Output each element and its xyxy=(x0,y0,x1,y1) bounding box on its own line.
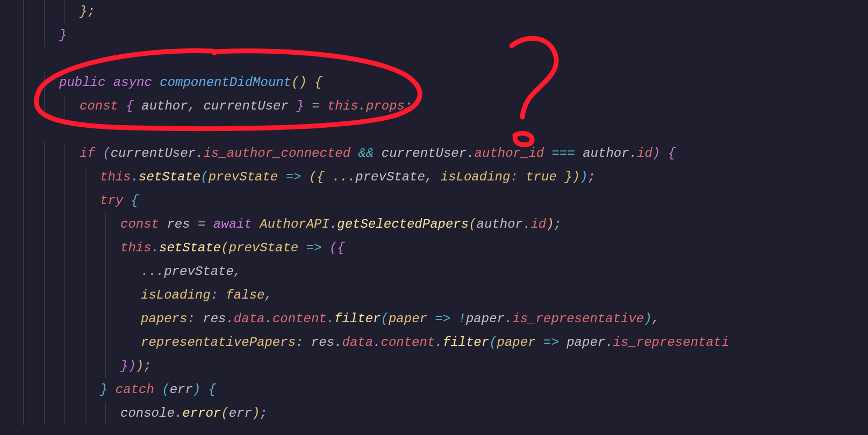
token-method: setState xyxy=(159,241,221,255)
token-punct: . xyxy=(152,241,159,255)
token-var: currentUser xyxy=(382,146,467,161)
indent-guides xyxy=(0,24,59,47)
token-op: => xyxy=(427,311,458,326)
code-line[interactable]: this.setState(prevState => ({ xyxy=(0,236,868,260)
token-punct: . xyxy=(264,311,272,326)
token-brace-p: ( xyxy=(103,146,110,161)
code-content[interactable]: console.error(err); xyxy=(120,402,268,425)
token-kw-false: false xyxy=(226,288,264,302)
code-line[interactable] xyxy=(0,47,868,71)
code-content[interactable]: if (currentUser.is_author_connected && c… xyxy=(80,142,676,165)
token-brace-b: ) { xyxy=(193,382,216,397)
code-line[interactable]: representativePapers: res.data.content.f… xyxy=(0,331,868,354)
token-param: papers xyxy=(141,311,187,326)
token-brace-y: () { xyxy=(291,75,322,90)
token-prop2: data xyxy=(342,335,373,350)
code-line[interactable] xyxy=(0,118,868,142)
code-editor[interactable]: };}public async componentDidMount() {con… xyxy=(0,0,868,425)
token-brace-b: ) xyxy=(644,311,651,326)
token-prop2: author_id xyxy=(475,146,544,161)
token-param: representativePapers xyxy=(141,335,296,350)
code-content[interactable]: try { xyxy=(100,189,139,213)
token-punct: ; xyxy=(554,217,562,231)
token-op: && xyxy=(350,146,382,161)
token-param: prevState xyxy=(229,241,299,255)
code-line[interactable]: } catch (err) { xyxy=(0,378,868,402)
code-content[interactable]: })); xyxy=(120,354,152,378)
token-var: res xyxy=(167,217,190,231)
token-punct: : xyxy=(187,311,203,326)
token-kw-const: const xyxy=(120,217,167,231)
token-brace-b: { xyxy=(131,193,139,208)
token-var: prevState xyxy=(355,170,425,184)
indent-guides xyxy=(0,95,80,118)
code-content[interactable]: isLoading: false, xyxy=(141,284,272,307)
token-param: paper xyxy=(497,335,536,350)
token-var: res xyxy=(311,335,334,350)
token-brace-p: ) { xyxy=(652,146,676,161)
token-op: => xyxy=(278,170,309,184)
code-line[interactable]: })); xyxy=(0,354,868,378)
code-content[interactable]: public async componentDidMount() { xyxy=(59,71,322,95)
token-prop2: is_representative xyxy=(512,311,644,326)
code-line[interactable]: this.setState(prevState => ({ ...prevSta… xyxy=(0,165,868,189)
token-punct: . xyxy=(467,146,474,161)
code-line[interactable]: public async componentDidMount() { xyxy=(0,71,868,95)
indent-guides xyxy=(0,142,80,165)
code-content[interactable]: papers: res.data.content.filter(paper =>… xyxy=(141,307,659,331)
indent-guides xyxy=(0,378,100,402)
token-kw-true: true xyxy=(526,170,557,184)
token-prop2: props xyxy=(366,99,405,113)
indent-guides xyxy=(0,71,59,95)
code-content[interactable]: const res = await AuthorAPI.getSelectedP… xyxy=(120,213,562,236)
code-content[interactable]: ...prevState, xyxy=(141,260,241,284)
token-brace-p: } xyxy=(289,99,312,113)
token-param: isLoading xyxy=(141,288,211,302)
token-brace-p: ({ xyxy=(329,241,345,255)
token-brace-y: }; xyxy=(80,4,95,19)
code-content[interactable]: } catch (err) { xyxy=(100,378,216,402)
token-var: author xyxy=(141,99,188,113)
token-punct: . xyxy=(196,146,203,161)
code-line[interactable]: const { author, currentUser } = this.pro… xyxy=(0,95,868,118)
token-op: => xyxy=(298,241,329,255)
code-line[interactable]: console.error(err); xyxy=(0,402,868,425)
indent-guides xyxy=(0,47,39,71)
code-content[interactable]: representativePapers: res.data.content.f… xyxy=(141,331,729,354)
token-prop2: id xyxy=(637,146,652,161)
code-line[interactable]: const res = await AuthorAPI.getSelectedP… xyxy=(0,213,868,236)
token-brace-p: }) xyxy=(120,359,136,373)
code-line[interactable]: if (currentUser.is_author_connected && c… xyxy=(0,142,868,165)
code-line[interactable]: ...prevState, xyxy=(0,260,868,284)
token-op: === xyxy=(544,146,583,161)
token-brace-b: ( xyxy=(200,170,208,184)
code-content[interactable]: this.setState(prevState => ({ xyxy=(120,236,345,260)
token-var: author xyxy=(583,146,629,161)
code-line[interactable]: try { xyxy=(0,189,868,213)
token-method: setState xyxy=(139,170,200,184)
code-content[interactable]: } xyxy=(59,24,67,47)
token-brace-b: ( xyxy=(381,311,389,326)
code-content[interactable]: }; xyxy=(80,0,95,24)
token-param: isLoading xyxy=(441,170,511,184)
code-content[interactable]: const { author, currentUser } = this.pro… xyxy=(80,95,412,118)
token-method: filter xyxy=(443,335,489,350)
token-method: error xyxy=(182,406,221,421)
token-punct: ... xyxy=(141,264,164,279)
indent-guides xyxy=(0,118,39,142)
token-var: paper xyxy=(566,335,605,350)
token-punct: , xyxy=(188,99,204,113)
token-punct: : xyxy=(296,335,311,350)
token-kw-async: async xyxy=(113,75,160,90)
token-punct: , xyxy=(264,288,272,302)
token-punct: , xyxy=(652,311,659,326)
code-line[interactable]: } xyxy=(0,24,868,47)
token-punct: . xyxy=(327,311,334,326)
code-line[interactable]: papers: res.data.content.filter(paper =>… xyxy=(0,307,868,331)
code-line[interactable]: isLoading: false, xyxy=(0,284,868,307)
code-content[interactable]: this.setState(prevState => ({ ...prevSta… xyxy=(100,165,596,189)
token-var: currentUser xyxy=(203,99,288,113)
indent-guides xyxy=(0,236,120,260)
code-line[interactable]: }; xyxy=(0,0,868,24)
token-punct: . xyxy=(629,146,637,161)
